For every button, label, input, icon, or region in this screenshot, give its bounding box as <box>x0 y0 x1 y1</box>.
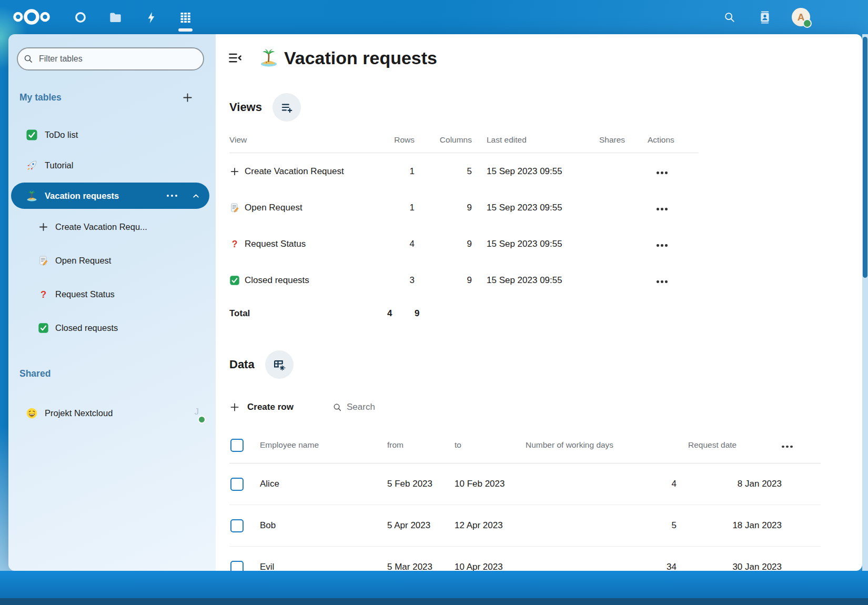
sidebar-item-label: Tutorial <box>45 160 73 170</box>
sidebar-table-item-tutorial[interactable]: Tutorial <box>11 152 209 178</box>
cell-to-date: 10 Apr 2023 <box>455 562 523 571</box>
chevron-up-icon[interactable] <box>191 191 201 201</box>
active-app-indicator <box>178 28 193 32</box>
sidebar-table-item-todo-list[interactable]: ToDo list <box>11 122 209 148</box>
sidebar-shared-label: Projekt Nextcloud <box>45 408 113 418</box>
view-name: Closed requests <box>245 275 309 286</box>
sidebar-view-label: Open Request <box>55 256 111 266</box>
contacts-icon <box>758 11 772 24</box>
create-view-button[interactable] <box>272 93 301 122</box>
owner-status-dot <box>198 416 206 423</box>
sidebar-view-item[interactable]: Create Vacation Requ... <box>11 214 209 240</box>
app-files-button[interactable] <box>106 8 125 27</box>
my-tables-heading-label: My tables <box>19 92 62 103</box>
views-table-body: Create Vacation Request 1 5 15 Sep 2023 … <box>229 153 699 298</box>
global-search-button[interactable] <box>720 8 739 27</box>
data-table: Employee name from to Number of working … <box>229 427 821 571</box>
memo-icon <box>38 255 49 266</box>
cell-employee-name: Bob <box>260 520 387 531</box>
svg-text:?: ? <box>41 289 46 300</box>
view-actions-button[interactable] <box>657 208 668 210</box>
data-search-button[interactable]: Search <box>332 396 375 419</box>
data-columns-more-button[interactable] <box>782 446 793 448</box>
check-green-icon <box>26 129 38 141</box>
collapse-sidebar-icon[interactable] <box>227 50 243 66</box>
view-last-edited: 15 Sep 2023 09:55 <box>472 203 586 213</box>
add-table-button[interactable] <box>180 90 195 105</box>
view-row[interactable]: Closed requests 3 9 15 Sep 2023 09:55 <box>229 262 699 298</box>
data-col-employee: Employee name <box>260 440 387 450</box>
plus-icon <box>181 92 194 104</box>
data-search-label: Search <box>347 402 375 412</box>
filter-tables-input[interactable] <box>17 47 204 70</box>
create-row-button[interactable]: Create row <box>229 396 294 419</box>
cell-to-date: 10 Feb 2023 <box>455 479 523 489</box>
cell-working-days: 34 <box>523 562 677 571</box>
table-row[interactable]: Bob 5 Apr 2023 12 Apr 2023 5 18 Jan 2023 <box>229 505 821 547</box>
check-green-icon <box>229 275 240 286</box>
row-checkbox[interactable] <box>230 478 244 491</box>
table-options-button[interactable] <box>265 350 294 379</box>
table-actions-button[interactable] <box>167 195 178 197</box>
app-dashboard-button[interactable] <box>71 8 90 27</box>
data-col-to: to <box>455 440 523 450</box>
dashboard-icon <box>74 11 87 24</box>
app-activity-button[interactable] <box>142 8 160 27</box>
check-green-icon <box>38 322 49 334</box>
view-last-edited: 15 Sep 2023 09:55 <box>472 239 586 249</box>
data-heading-label: Data <box>229 358 255 371</box>
select-all-checkbox[interactable] <box>230 439 244 452</box>
cell-from-date: 5 Feb 2023 <box>387 479 455 489</box>
views-total-label: Total <box>229 308 387 319</box>
plus-icon <box>229 166 240 177</box>
data-section-heading: Data <box>229 350 294 379</box>
cell-request-date: 30 Jan 2023 <box>677 562 782 571</box>
views-col-rows: Rows <box>387 135 415 145</box>
view-actions-button[interactable] <box>657 244 668 247</box>
cell-employee-name: Alice <box>260 479 387 489</box>
app-tables-button[interactable] <box>176 8 195 27</box>
nextcloud-logo[interactable] <box>9 8 54 25</box>
view-row[interactable]: Open Request 1 9 15 Sep 2023 09:55 <box>229 189 699 226</box>
cell-from-date: 5 Apr 2023 <box>387 520 455 531</box>
folder-icon <box>108 11 123 25</box>
owner-initial-badge: J <box>195 407 199 417</box>
rocket-icon <box>26 159 38 172</box>
cell-request-date: 18 Jan 2023 <box>677 520 782 531</box>
table-row[interactable]: Evil 5 Mar 2023 10 Apr 2023 34 30 Jan 20… <box>229 547 821 571</box>
cell-to-date: 12 Apr 2023 <box>455 520 523 531</box>
row-checkbox[interactable] <box>230 519 244 532</box>
sidebar-view-label: Create Vacation Requ... <box>55 222 147 232</box>
filter-tables-field <box>17 47 204 70</box>
sidebar-view-label: Request Status <box>55 289 115 299</box>
scrollbar-thumb[interactable] <box>863 37 867 278</box>
views-total-rows: 4 <box>387 308 415 319</box>
views-table-header: View Rows Columns Last edited Shares Act… <box>229 127 699 153</box>
sidebar: My tables ToDo list Tutorial Vacation re… <box>8 34 216 571</box>
top-bar: A <box>0 0 868 34</box>
view-actions-button[interactable] <box>657 172 668 174</box>
views-section-heading: Views <box>229 93 301 122</box>
sidebar-item-label: Vacation requests <box>45 191 119 201</box>
cell-from-date: 5 Mar 2023 <box>387 562 455 571</box>
sidebar-view-label: Closed requests <box>55 323 118 333</box>
plus-icon <box>229 402 240 412</box>
user-avatar[interactable]: A <box>792 8 810 26</box>
view-actions-button[interactable] <box>657 280 668 283</box>
table-row[interactable]: Alice 5 Feb 2023 10 Feb 2023 4 8 Jan 202… <box>229 463 821 505</box>
contacts-menu-button[interactable] <box>755 8 774 27</box>
view-row[interactable]: ? Request Status 4 9 15 Sep 2023 09:55 <box>229 226 699 262</box>
sidebar-table-item-vacation-requests[interactable]: Vacation requests <box>11 183 209 209</box>
row-checkbox[interactable] <box>230 561 244 571</box>
main-content: Vacation requests Views View Rows Column… <box>216 34 862 571</box>
sidebar-view-item[interactable]: Open Request <box>11 247 209 274</box>
sidebar-view-item[interactable]: ? Request Status <box>11 281 209 307</box>
sidebar-view-item[interactable]: Closed requests <box>11 315 209 341</box>
views-table: View Rows Columns Last edited Shares Act… <box>229 127 699 329</box>
data-col-from: from <box>387 440 455 450</box>
view-row[interactable]: Create Vacation Request 1 5 15 Sep 2023 … <box>229 153 699 189</box>
view-name: Request Status <box>245 239 306 249</box>
sidebar-shared-item[interactable]: Projekt Nextcloud J <box>11 400 209 426</box>
app-content-card: My tables ToDo list Tutorial Vacation re… <box>8 34 862 571</box>
island-icon <box>26 190 38 202</box>
